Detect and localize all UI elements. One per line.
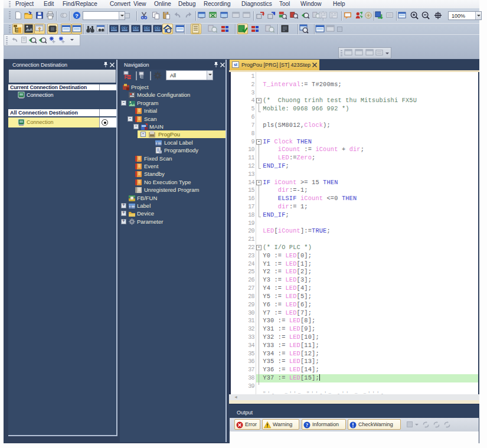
svg-text:DEV: DEV — [133, 26, 139, 30]
svg-text:?: ? — [75, 12, 79, 19]
svg-text:DEV: DEV — [111, 26, 117, 30]
svg-text:DEV: DEV — [144, 26, 151, 30]
svg-text:DEV: DEV — [122, 26, 128, 30]
svg-text:DEV: DEV — [155, 26, 161, 30]
svg-text:?: ? — [306, 422, 309, 428]
